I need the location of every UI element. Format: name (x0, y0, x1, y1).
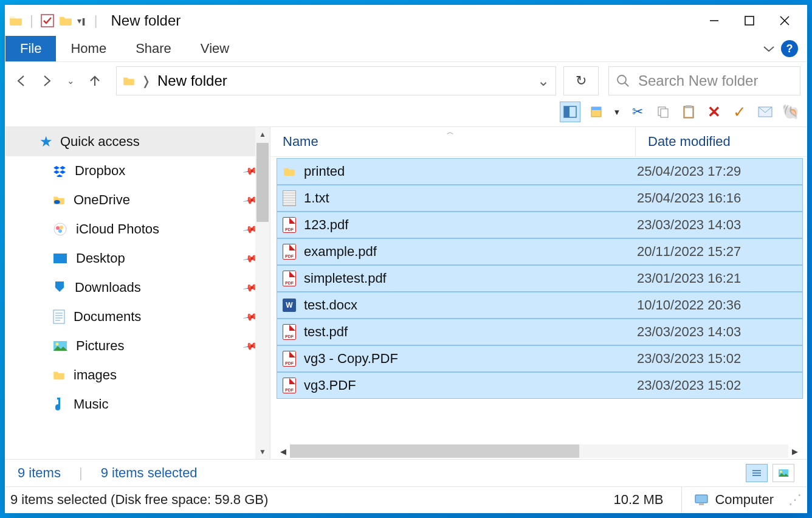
svg-point-35 (780, 471, 782, 473)
pdf-icon (281, 216, 298, 233)
back-button[interactable] (12, 71, 32, 91)
search-box[interactable]: Search New folder (608, 66, 800, 95)
command-bar: ▼ ✂ ✕ ✓ 🐚 (5, 100, 807, 126)
sidebar-item-label: images (74, 367, 117, 383)
tab-view[interactable]: View (186, 36, 244, 61)
maximize-button[interactable] (741, 12, 758, 29)
details-view-button[interactable] (746, 464, 768, 482)
file-date: 23/03/2023 14:03 (632, 324, 802, 340)
sidebar-item[interactable]: Desktop📌 (5, 244, 270, 273)
window-title: New folder (111, 12, 181, 29)
file-row[interactable]: example.pdf20/11/2022 15:27 (277, 238, 803, 265)
footer-location[interactable]: Computer (681, 487, 786, 513)
file-row[interactable]: Wtest.docx10/10/2022 20:36 (277, 292, 803, 319)
properties-button[interactable] (587, 102, 606, 122)
scroll-down-icon[interactable]: ▼ (255, 444, 270, 459)
copy-button[interactable] (653, 102, 673, 122)
sidebar-item[interactable]: Dropbox📌 (5, 156, 270, 185)
resize-grip-icon[interactable]: ⋰ (786, 492, 802, 508)
svg-point-20 (60, 226, 63, 229)
file-date: 23/03/2023 14:03 (632, 217, 802, 233)
file-name: example.pdf (304, 244, 632, 260)
address-bar: ⌄ ❭ New folder ⌄ ↻ Search New folder (5, 62, 807, 100)
svg-point-17 (54, 200, 60, 204)
pdf-icon (281, 323, 298, 340)
status-bar: 9 items | 9 items selected (5, 459, 807, 486)
svg-rect-14 (686, 105, 692, 108)
up-button[interactable] (84, 71, 105, 91)
sidebar-item[interactable]: OneDrive📌 (5, 185, 270, 215)
horizontal-scrollbar[interactable]: ◀ ▶ (277, 443, 802, 459)
desktop-icon (53, 253, 67, 264)
sidebar-scrollbar[interactable]: ▲ ▼ (255, 127, 270, 459)
delete-button[interactable]: ✕ (704, 102, 724, 122)
svg-line-6 (625, 83, 628, 86)
file-row[interactable]: 123.pdf23/03/2023 14:03 (277, 212, 803, 238)
sidebar-item[interactable]: Music (5, 390, 270, 419)
tab-share[interactable]: Share (121, 36, 186, 61)
file-name: test.docx (304, 297, 632, 313)
explorer-window: | ▾▌ | New folder File Home Share View ? (5, 5, 807, 513)
file-row[interactable]: vg3.PDF23/03/2023 15:02 (277, 372, 803, 399)
music-icon (53, 396, 65, 412)
scroll-left-icon[interactable]: ◀ (277, 444, 290, 458)
sidebar-item-label: OneDrive (74, 192, 130, 208)
help-button[interactable]: ? (781, 40, 798, 57)
svg-rect-36 (695, 495, 707, 503)
tab-home[interactable]: Home (56, 36, 121, 61)
preview-pane-button[interactable] (560, 102, 580, 122)
file-date: 23/01/2023 16:21 (632, 271, 802, 286)
file-name: 123.pdf (304, 217, 632, 233)
cut-button[interactable]: ✂ (628, 102, 647, 122)
qt-dropdown-icon[interactable]: ▾▌ (77, 16, 87, 26)
minimize-button[interactable] (706, 12, 723, 29)
file-row[interactable]: simpletest.pdf23/01/2023 16:21 (277, 265, 803, 292)
scroll-thumb[interactable] (290, 444, 579, 458)
collapse-header-icon[interactable]: ︿ (447, 127, 454, 137)
close-button[interactable] (776, 12, 793, 29)
scroll-track[interactable] (290, 444, 788, 458)
properties-dropdown[interactable]: ▼ (612, 102, 622, 122)
scroll-right-icon[interactable]: ▶ (788, 444, 802, 458)
sidebar-item-label: Pictures (76, 338, 124, 354)
folder-icon (53, 370, 65, 380)
chevron-right-icon: ❭ (141, 74, 151, 88)
breadcrumb-current[interactable]: New folder (157, 72, 227, 89)
paste-button[interactable] (679, 102, 698, 122)
refresh-button[interactable]: ↻ (563, 66, 599, 95)
mail-button[interactable] (755, 102, 775, 122)
scroll-thumb[interactable] (256, 143, 269, 222)
svg-rect-2 (745, 16, 754, 25)
breadcrumb[interactable]: ❭ New folder ⌄ (116, 66, 556, 95)
icloud-icon (53, 222, 67, 237)
file-row[interactable]: vg3 - Copy.PDF23/03/2023 15:02 (277, 345, 803, 372)
column-date[interactable]: Date modified (635, 127, 807, 156)
file-list-pane: ︿ Name Date modified printed25/04/2023 1… (270, 127, 807, 459)
sidebar-item[interactable]: images (5, 361, 270, 390)
svg-rect-37 (699, 503, 704, 505)
footer-location-label: Computer (715, 492, 774, 508)
sidebar-item[interactable]: Pictures📌 (5, 331, 270, 361)
svg-point-30 (55, 406, 60, 410)
file-row[interactable]: 1.txt25/04/2023 16:16 (277, 185, 803, 212)
scroll-up-icon[interactable]: ▲ (255, 127, 270, 142)
address-dropdown-icon[interactable]: ⌄ (537, 72, 549, 89)
sidebar-item-label: Music (74, 396, 108, 412)
sidebar-quick-access[interactable]: ★ Quick access (5, 127, 270, 156)
checkbox-icon[interactable] (41, 14, 54, 27)
thumbnails-view-button[interactable] (772, 464, 794, 482)
column-headers: ︿ Name Date modified (270, 127, 807, 157)
rename-button[interactable]: ✓ (730, 102, 749, 122)
tab-file[interactable]: File (5, 36, 56, 61)
file-row[interactable]: test.pdf23/03/2023 14:03 (277, 319, 803, 345)
shell-icon[interactable]: 🐚 (781, 102, 800, 122)
ribbon-expand-icon[interactable] (763, 44, 775, 53)
svg-point-21 (58, 229, 62, 233)
forward-button[interactable] (36, 71, 57, 91)
sidebar-item[interactable]: Documents📌 (5, 302, 270, 331)
file-row[interactable]: printed25/04/2023 17:29 (277, 158, 803, 185)
sidebar-item[interactable]: iCloud Photos📌 (5, 215, 270, 244)
recent-dropdown[interactable]: ⌄ (60, 71, 81, 91)
sidebar-item[interactable]: Downloads📌 (5, 273, 270, 302)
folder-dropdown-icon[interactable] (59, 15, 72, 26)
